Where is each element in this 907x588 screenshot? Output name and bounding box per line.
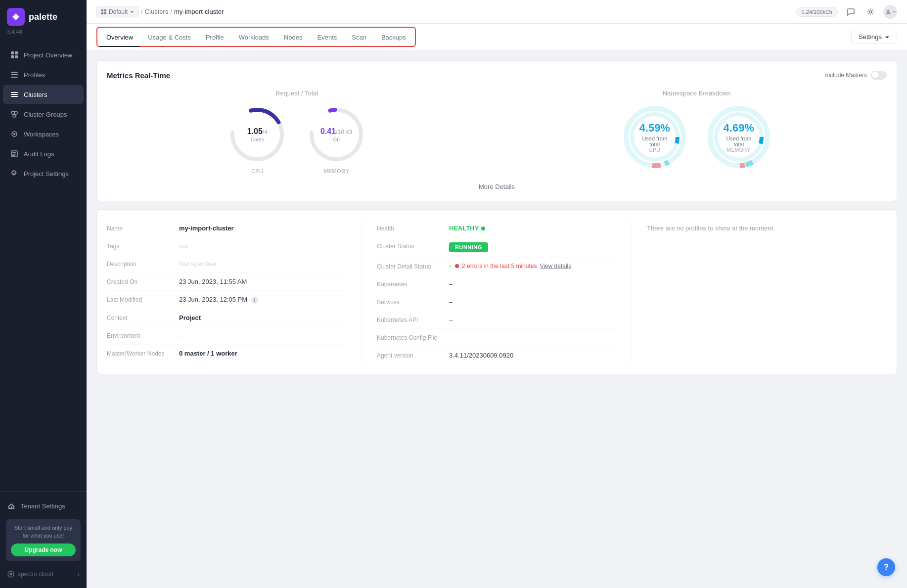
tab-bar-wrapper: Overview Usage & Costs Profile Workloads… — [87, 24, 907, 50]
namespace-memory-value: 4.69% Used from total MEMORY — [723, 122, 755, 153]
sidebar-item-clusters[interactable]: Clusters — [3, 85, 84, 104]
sidebar-item-profiles[interactable]: Profiles — [3, 65, 84, 84]
metrics-card: Metrics Real-Time Include Masters Reques… — [96, 60, 897, 201]
tab-profile[interactable]: Profile — [199, 30, 231, 47]
namespace-cpu-desc: Used from total — [638, 136, 671, 147]
gear-icon[interactable] — [863, 5, 877, 19]
workspaces-icon — [10, 130, 19, 138]
last-modified-value: 23 Jun, 2023, 12:05 PM i — [179, 296, 258, 304]
info-row-health: Health HEALTHY — [377, 220, 617, 237]
tenant-settings-item[interactable]: Tenant Settings — [0, 497, 87, 515]
svg-point-21 — [10, 573, 12, 576]
metrics-title: Metrics Real-Time — [107, 71, 170, 80]
sidebar-item-project-overview[interactable]: Project Overview — [3, 45, 84, 64]
detail-status-content: › 2 errors in the last 5 minutes View de… — [449, 263, 571, 270]
spectro-logo: spectro cloud — [7, 570, 53, 578]
view-details-link[interactable]: View details — [540, 263, 571, 270]
clusters-icon — [10, 90, 19, 99]
cluster-groups-icon — [10, 110, 19, 119]
context-value: Project — [179, 314, 201, 321]
user-avatar[interactable] — [883, 5, 897, 19]
svg-rect-22 — [101, 9, 103, 11]
kubernetes-api-label: Kubernetes API — [377, 316, 441, 323]
metrics-right: Namespace Breakdown — [507, 90, 887, 173]
svg-rect-2 — [15, 51, 18, 54]
info-tooltip-icon[interactable]: i — [251, 297, 258, 304]
master-worker-value: 0 master / 1 worker — [179, 350, 237, 357]
svg-point-15 — [13, 133, 15, 135]
tab-backups[interactable]: Backups — [374, 30, 413, 47]
version-label: 3.4.48 — [0, 28, 87, 41]
info-row-context: Context Project — [107, 309, 347, 327]
logo-icon — [7, 8, 25, 26]
svg-rect-25 — [104, 12, 106, 14]
context-label: Context — [107, 314, 171, 321]
include-masters-switch[interactable] — [871, 71, 887, 80]
info-row-services: Services – — [377, 293, 617, 311]
quota-badge: 0.24/100kCh — [796, 7, 838, 17]
gauges: 1.05/4 Cores CPU — [107, 105, 487, 174]
memory-total: 10.43 — [337, 129, 352, 136]
clusters-breadcrumb-link[interactable]: Clusters — [145, 8, 169, 15]
svg-rect-1 — [11, 51, 14, 54]
info-row-modified: Last Modified 23 Jun, 2023, 12:05 PM i — [107, 291, 347, 309]
sidebar-item-audit-logs[interactable]: Audit Logs — [3, 144, 84, 163]
cluster-status-badge: RUNNING — [449, 242, 488, 252]
kubernetes-config-label: Kubernetes Config File — [377, 334, 441, 341]
agent-version-label: Agent version — [377, 352, 441, 359]
collapse-icon[interactable]: ‹ — [77, 570, 80, 578]
include-masters-label: Include Masters — [825, 72, 867, 79]
info-row-description: Description Not specified. — [107, 255, 347, 273]
chat-icon[interactable] — [844, 5, 858, 19]
tab-usage-costs[interactable]: Usage & Costs — [141, 30, 198, 47]
workspace-selector[interactable]: Default — [96, 6, 139, 17]
grid-icon — [10, 50, 19, 59]
audit-logs-icon — [10, 149, 19, 158]
kubernetes-label: Kubernetes — [377, 280, 441, 288]
sidebar-item-cluster-groups[interactable]: Cluster Groups — [3, 105, 84, 124]
svg-rect-19 — [12, 155, 15, 156]
cluster-name-breadcrumb: my-import-cluster — [174, 8, 224, 15]
logo-text: palette — [29, 12, 57, 22]
svg-point-27 — [887, 9, 889, 12]
tab-nodes[interactable]: Nodes — [277, 30, 310, 47]
tab-workloads[interactable]: Workloads — [232, 30, 276, 47]
svg-point-11 — [11, 111, 14, 114]
services-label: Services — [377, 298, 441, 306]
include-masters-toggle[interactable]: Include Masters — [825, 71, 887, 80]
tab-overview[interactable]: Overview — [99, 30, 140, 47]
sidebar-item-label: Project Overview — [24, 51, 72, 59]
tab-events[interactable]: Events — [311, 30, 344, 47]
cluster-info: Name my-import-cluster Tags n/a Descript… — [107, 220, 887, 364]
svg-rect-18 — [12, 154, 16, 155]
metrics-body: Request / Total — [107, 90, 887, 174]
sidebar-item-workspaces[interactable]: Workspaces — [3, 125, 84, 143]
namespace-memory-pct: 4.69% — [723, 122, 755, 135]
metrics-header: Metrics Real-Time Include Masters — [107, 71, 887, 80]
help-button[interactable]: ? — [877, 558, 895, 576]
expand-icon[interactable]: › — [449, 263, 451, 270]
metrics-left: Request / Total — [107, 90, 487, 174]
info-col-status: Health HEALTHY Cluster Status RUNNING Cl… — [362, 220, 632, 364]
environment-label: Environment — [107, 332, 171, 339]
svg-rect-6 — [11, 74, 18, 75]
tab-scan[interactable]: Scan — [345, 30, 373, 47]
svg-rect-5 — [11, 72, 18, 73]
upgrade-button[interactable]: Upgrade now — [11, 543, 76, 556]
info-col-profiles: There are no profiles to show at the mom… — [632, 220, 887, 364]
name-label: Name — [107, 225, 171, 232]
memory-unit-label: Gb — [320, 137, 353, 142]
error-row: › 2 errors in the last 5 minutes View de… — [449, 263, 571, 270]
more-details-button[interactable]: More Details — [479, 183, 515, 190]
created-on-value: 23 Jun, 2023, 11:55 AM — [179, 278, 247, 285]
sidebar-item-project-settings[interactable]: Project Settings — [3, 164, 84, 183]
info-row-detail-status: Cluster Detail Status › 2 errors in the … — [377, 258, 617, 275]
namespace-memory-donut: 4.69% Used from total MEMORY — [707, 105, 771, 173]
workspace-name: Default — [109, 8, 128, 15]
tenant-settings-label: Tenant Settings — [21, 502, 65, 510]
info-row-cluster-status: Cluster Status RUNNING — [377, 237, 617, 258]
memory-value: 0.41 — [320, 127, 336, 136]
health-dot — [481, 226, 485, 230]
cpu-total: 4 — [264, 129, 268, 136]
settings-button[interactable]: Settings — [851, 30, 897, 44]
